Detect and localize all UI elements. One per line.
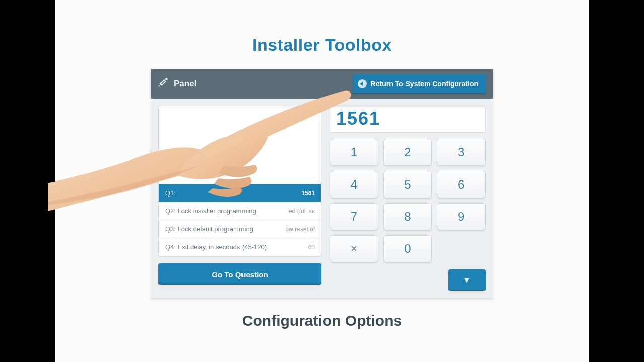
question-row-q2[interactable]: Q2: Lock installer programming led (full… — [159, 202, 321, 220]
key-8[interactable]: 8 — [383, 203, 432, 230]
numeric-display: 1561 — [330, 106, 486, 133]
key-0[interactable]: 0 — [383, 235, 432, 262]
question-label: Q4: Exit delay, in seconds (45-120) — [165, 243, 275, 251]
panel-header: Panel Return To System Configuration — [151, 69, 493, 99]
down-arrow-button[interactable]: ▼ — [448, 269, 486, 291]
return-arrow-icon — [358, 79, 367, 88]
question-value: 1561 — [275, 190, 315, 197]
panel-body: Q1: 1561 Q2: Lock installer programming … — [151, 99, 493, 298]
key-2[interactable]: 2 — [383, 139, 432, 166]
page-subtitle: Configuration Options — [242, 312, 402, 329]
question-value: led (full ac — [275, 208, 315, 215]
key-7[interactable]: 7 — [330, 203, 378, 230]
tools-icon — [157, 77, 169, 91]
question-label: Q2: Lock installer programming — [165, 207, 275, 215]
keypad-column: 1561 1 2 3 4 5 6 7 8 9 × 0 ▼ — [330, 106, 486, 291]
key-6[interactable]: 6 — [437, 171, 486, 198]
key-9[interactable]: 9 — [437, 203, 486, 230]
question-row-q3[interactable]: Q3: Lock default programming ow reset of — [159, 220, 321, 238]
key-3[interactable]: 3 — [437, 139, 486, 166]
question-label: Q1: — [165, 189, 275, 197]
question-value: ow reset of — [275, 226, 315, 233]
config-panel: Panel Return To System Configuration Q1:… — [151, 69, 493, 298]
question-column: Q1: 1561 Q2: Lock installer programming … — [158, 106, 321, 291]
question-label: Q3: Lock default programming — [165, 225, 275, 233]
question-list: Q1: 1561 Q2: Lock installer programming … — [158, 106, 321, 256]
question-value: 60 — [275, 244, 315, 251]
question-row-q4[interactable]: Q4: Exit delay, in seconds (45-120) 60 — [159, 238, 321, 256]
panel-title-label: Panel — [174, 79, 196, 89]
question-row-q1[interactable]: Q1: 1561 — [159, 184, 321, 202]
key-clear[interactable]: × — [330, 235, 378, 262]
keypad: 1 2 3 4 5 6 7 8 9 × 0 — [330, 139, 486, 262]
return-to-system-config-button[interactable]: Return To System Configuration — [353, 74, 486, 94]
return-button-label: Return To System Configuration — [371, 80, 478, 88]
key-5[interactable]: 5 — [383, 171, 432, 198]
key-4[interactable]: 4 — [330, 171, 378, 198]
key-1[interactable]: 1 — [330, 139, 378, 166]
page-title: Installer Toolbox — [252, 35, 392, 55]
go-to-question-button[interactable]: Go To Question — [158, 263, 321, 285]
